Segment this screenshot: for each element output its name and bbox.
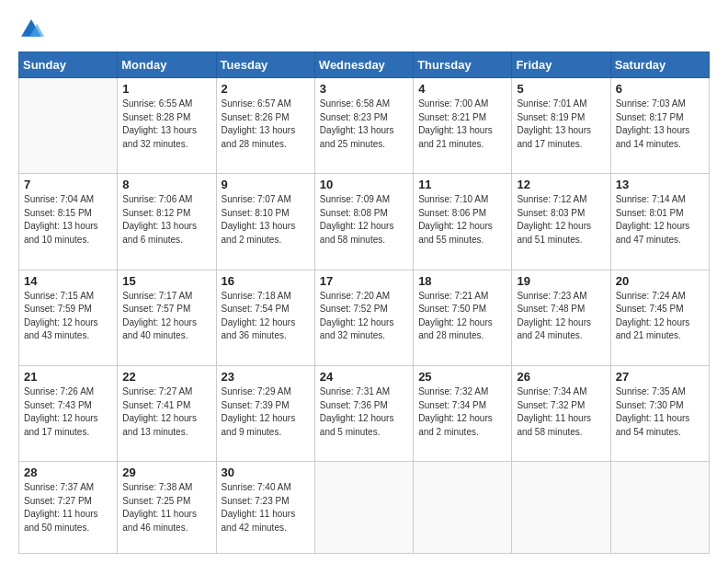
calendar-cell: 9Sunrise: 7:07 AMSunset: 8:10 PMDaylight… [216,174,314,270]
day-number: 21 [24,370,112,384]
calendar-cell: 28Sunrise: 7:37 AMSunset: 7:27 PMDayligh… [19,462,118,554]
calendar-day-header: Wednesday [314,52,413,78]
day-info: Sunrise: 7:29 AMSunset: 7:39 PMDaylight:… [222,385,310,439]
day-info: Sunrise: 7:17 AMSunset: 7:57 PMDaylight:… [122,290,210,343]
day-info: Sunrise: 7:37 AMSunset: 7:27 PMDaylight:… [24,481,112,534]
day-info: Sunrise: 7:23 AMSunset: 7:48 PMDaylight:… [517,290,605,343]
day-info: Sunrise: 7:32 AMSunset: 7:34 PMDaylight:… [418,385,506,439]
day-info: Sunrise: 7:01 AMSunset: 8:19 PMDaylight:… [517,98,605,151]
day-info: Sunrise: 7:06 AMSunset: 8:12 PMDaylight:… [122,193,210,247]
calendar-cell: 17Sunrise: 7:20 AMSunset: 7:52 PMDayligh… [314,270,413,365]
day-info: Sunrise: 7:24 AMSunset: 7:45 PMDaylight:… [616,290,704,343]
day-info: Sunrise: 7:04 AMSunset: 8:15 PMDaylight:… [24,193,112,247]
day-info: Sunrise: 7:21 AMSunset: 7:50 PMDaylight:… [418,290,506,343]
calendar-cell: 18Sunrise: 7:21 AMSunset: 7:50 PMDayligh… [414,270,512,365]
day-number: 16 [222,274,310,288]
day-number: 9 [222,178,310,191]
day-number: 5 [517,82,605,96]
day-info: Sunrise: 7:26 AMSunset: 7:43 PMDaylight:… [24,385,112,439]
calendar-header-row: SundayMondayTuesdayWednesdayThursdayFrid… [19,52,710,78]
day-info: Sunrise: 7:03 AMSunset: 8:17 PMDaylight:… [616,98,704,151]
calendar-cell: 12Sunrise: 7:12 AMSunset: 8:03 PMDayligh… [512,174,610,270]
day-number: 26 [517,370,605,384]
calendar-day-header: Thursday [414,52,512,78]
day-info: Sunrise: 7:18 AMSunset: 7:54 PMDaylight:… [222,290,310,343]
day-info: Sunrise: 7:07 AMSunset: 8:10 PMDaylight:… [222,193,310,247]
day-info: Sunrise: 7:10 AMSunset: 8:06 PMDaylight:… [418,193,506,247]
calendar-cell: 16Sunrise: 7:18 AMSunset: 7:54 PMDayligh… [216,270,314,365]
calendar-cell: 20Sunrise: 7:24 AMSunset: 7:45 PMDayligh… [610,270,709,365]
calendar-cell: 29Sunrise: 7:38 AMSunset: 7:25 PMDayligh… [118,462,216,554]
calendar-day-header: Monday [118,52,216,78]
day-number: 19 [517,274,605,288]
calendar-cell: 22Sunrise: 7:27 AMSunset: 7:41 PMDayligh… [118,366,216,462]
day-number: 22 [122,370,210,384]
calendar-day-header: Friday [512,52,610,78]
calendar-cell [610,462,709,554]
day-info: Sunrise: 7:12 AMSunset: 8:03 PMDaylight:… [517,193,605,247]
calendar-cell: 19Sunrise: 7:23 AMSunset: 7:48 PMDayligh… [512,270,610,365]
day-number: 2 [222,82,310,96]
day-number: 13 [616,178,704,191]
calendar-cell: 14Sunrise: 7:15 AMSunset: 7:59 PMDayligh… [19,270,118,365]
logo-icon [18,17,44,42]
calendar-cell: 4Sunrise: 7:00 AMSunset: 8:21 PMDaylight… [414,78,512,174]
calendar-cell: 8Sunrise: 7:06 AMSunset: 8:12 PMDaylight… [118,174,216,270]
day-number: 24 [320,370,408,384]
header [18,17,710,42]
calendar-day-header: Saturday [610,52,709,78]
day-number: 18 [418,274,506,288]
calendar-cell: 5Sunrise: 7:01 AMSunset: 8:19 PMDaylight… [512,78,610,174]
day-number: 30 [222,465,310,479]
calendar-cell: 27Sunrise: 7:35 AMSunset: 7:30 PMDayligh… [610,366,709,462]
day-info: Sunrise: 6:55 AMSunset: 8:28 PMDaylight:… [122,98,210,151]
calendar-cell: 2Sunrise: 6:57 AMSunset: 8:26 PMDaylight… [216,78,314,174]
day-number: 25 [418,370,506,384]
calendar-cell [19,78,118,174]
calendar-day-header: Tuesday [216,52,314,78]
day-number: 10 [320,178,408,191]
day-info: Sunrise: 6:58 AMSunset: 8:23 PMDaylight:… [320,98,408,151]
calendar-cell [314,462,413,554]
calendar-cell: 23Sunrise: 7:29 AMSunset: 7:39 PMDayligh… [216,366,314,462]
day-number: 23 [222,370,310,384]
day-number: 11 [418,178,506,191]
calendar-cell: 7Sunrise: 7:04 AMSunset: 8:15 PMDaylight… [19,174,118,270]
calendar-table: SundayMondayTuesdayWednesdayThursdayFrid… [18,52,710,554]
day-number: 3 [320,82,408,96]
calendar-cell: 15Sunrise: 7:17 AMSunset: 7:57 PMDayligh… [118,270,216,365]
day-number: 20 [616,274,704,288]
calendar-cell: 24Sunrise: 7:31 AMSunset: 7:36 PMDayligh… [314,366,413,462]
calendar-cell: 10Sunrise: 7:09 AMSunset: 8:08 PMDayligh… [314,174,413,270]
day-info: Sunrise: 6:57 AMSunset: 8:26 PMDaylight:… [222,98,310,151]
day-info: Sunrise: 7:20 AMSunset: 7:52 PMDaylight:… [320,290,408,343]
day-number: 17 [320,274,408,288]
day-info: Sunrise: 7:15 AMSunset: 7:59 PMDaylight:… [24,290,112,343]
day-info: Sunrise: 7:00 AMSunset: 8:21 PMDaylight:… [418,98,506,151]
logo [18,17,48,42]
day-info: Sunrise: 7:31 AMSunset: 7:36 PMDaylight:… [320,385,408,439]
calendar-cell: 26Sunrise: 7:34 AMSunset: 7:32 PMDayligh… [512,366,610,462]
calendar-cell: 3Sunrise: 6:58 AMSunset: 8:23 PMDaylight… [314,78,413,174]
day-number: 12 [517,178,605,191]
day-info: Sunrise: 7:34 AMSunset: 7:32 PMDaylight:… [517,385,605,439]
day-number: 14 [24,274,112,288]
day-info: Sunrise: 7:09 AMSunset: 8:08 PMDaylight:… [320,193,408,247]
day-info: Sunrise: 7:27 AMSunset: 7:41 PMDaylight:… [122,385,210,439]
day-info: Sunrise: 7:35 AMSunset: 7:30 PMDaylight:… [616,385,704,439]
day-info: Sunrise: 7:14 AMSunset: 8:01 PMDaylight:… [616,193,704,247]
day-info: Sunrise: 7:38 AMSunset: 7:25 PMDaylight:… [122,481,210,534]
calendar-cell [512,462,610,554]
calendar-cell: 25Sunrise: 7:32 AMSunset: 7:34 PMDayligh… [414,366,512,462]
day-number: 8 [122,178,210,191]
calendar-day-header: Sunday [19,52,118,78]
day-number: 15 [122,274,210,288]
day-number: 28 [24,465,112,479]
day-number: 27 [616,370,704,384]
day-number: 1 [122,82,210,96]
calendar-cell: 6Sunrise: 7:03 AMSunset: 8:17 PMDaylight… [610,78,709,174]
calendar-cell: 1Sunrise: 6:55 AMSunset: 8:28 PMDaylight… [118,78,216,174]
day-number: 29 [122,465,210,479]
day-number: 6 [616,82,704,96]
calendar-cell: 21Sunrise: 7:26 AMSunset: 7:43 PMDayligh… [19,366,118,462]
